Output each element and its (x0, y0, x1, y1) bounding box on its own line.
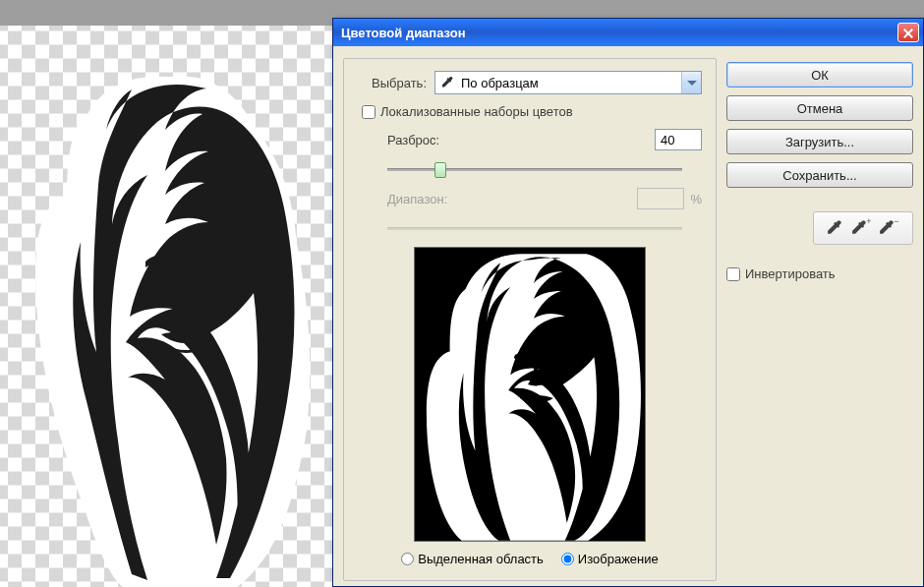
eyedropper-icon (441, 76, 455, 89)
localized-label[interactable]: Локализованные наборы цветов (380, 104, 573, 119)
fuzziness-input[interactable] (655, 129, 702, 150)
color-range-dialog: Цветовой диапазон Выбрать: По образцам (332, 18, 924, 587)
save-button[interactable]: Сохранить... (726, 162, 913, 188)
svg-point-0 (155, 268, 171, 278)
localized-checkbox[interactable] (362, 105, 375, 119)
canvas-portrait (29, 77, 313, 587)
slider-thumb[interactable] (434, 162, 446, 178)
eyedropper-minus-icon[interactable]: − (877, 216, 904, 240)
load-button[interactable]: Загрузить... (726, 129, 913, 154)
invert-checkbox[interactable] (726, 267, 740, 281)
range-label: Диапазон: (387, 192, 470, 206)
select-value: По образцам (461, 76, 539, 90)
dialog-title: Цветовой диапазон (341, 26, 897, 40)
svg-point-4 (549, 353, 561, 361)
ok-button[interactable]: ОК (726, 62, 913, 88)
svg-point-1 (204, 268, 220, 278)
fuzziness-label: Разброс: (387, 133, 470, 147)
close-icon[interactable] (897, 23, 919, 42)
radio-selection-input[interactable] (401, 553, 414, 565)
cancel-button[interactable]: Отмена (726, 95, 913, 121)
eyedropper-plus-icon[interactable]: + (849, 216, 877, 240)
radio-image[interactable]: Изображение (561, 552, 659, 566)
invert-label[interactable]: Инвертировать (745, 266, 836, 281)
svg-point-3 (514, 353, 526, 361)
chevron-down-icon[interactable] (681, 72, 701, 93)
titlebar[interactable]: Цветовой диапазон (333, 19, 923, 46)
range-input (637, 188, 684, 209)
eyedropper-toolbar: + − (813, 211, 913, 245)
range-unit: % (690, 192, 702, 206)
main-groupbox: Выбрать: По образцам Локализованные набо… (343, 58, 717, 581)
radio-selection[interactable]: Выделенная область (401, 552, 544, 566)
select-dropdown[interactable]: По образцам (434, 71, 702, 94)
range-slider (387, 219, 682, 239)
eyedropper-icon[interactable] (822, 216, 849, 240)
preview-image[interactable] (414, 247, 646, 542)
radio-image-input[interactable] (561, 553, 574, 565)
select-label: Выбрать: (358, 76, 427, 90)
fuzziness-slider[interactable] (387, 160, 682, 180)
